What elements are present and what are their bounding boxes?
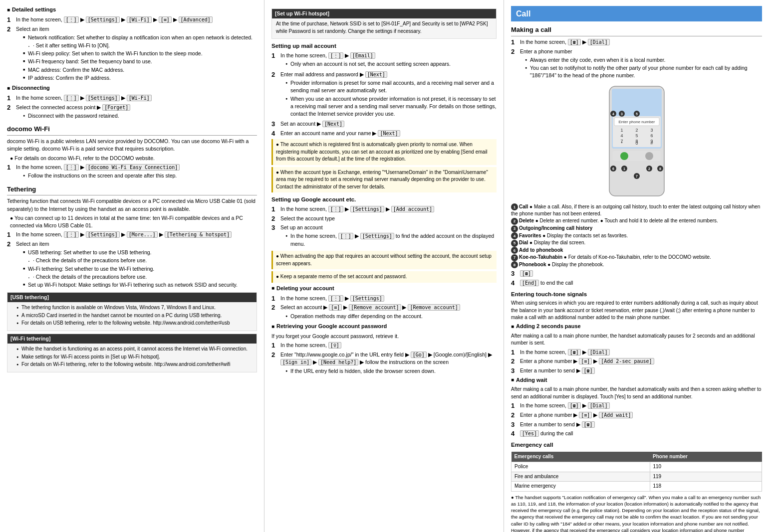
svg-text:6: 6 [650, 133, 653, 138]
annotation-4: 4Favorites ● Display the contacts set as… [511, 232, 762, 240]
svg-text:3: 3 [621, 112, 623, 116]
emergency-heading: Emergency call [511, 441, 762, 449]
svg-text:8: 8 [659, 167, 661, 171]
page-left: Detailed settings 1 In the home screen, … [0, 0, 264, 532]
svg-point-17 [620, 152, 628, 160]
list-item: Wi-Fi tethering: Set whether to use the … [23, 265, 257, 273]
list-item: A microSD Card inserted in the handset c… [16, 312, 253, 320]
step-1-detailed: 1 In the home screen, [⋮] ▶ [Settings] ▶… [7, 16, 257, 24]
list-item: When you use an account whose provider i… [285, 95, 497, 118]
call-header: Call [511, 6, 762, 21]
enter-phone-text: Enter phone number [618, 120, 655, 124]
emergency-table: Emergency calls Phone number Police 110 … [511, 452, 762, 492]
svg-text:5: 5 [635, 133, 638, 138]
svg-text:4: 4 [620, 133, 623, 138]
annotation-1: 1Call ● Make a call. Also, if there is a… [511, 203, 762, 218]
page-middle: [Set up Wi-Fi hotspot] At the time of pu… [264, 0, 504, 532]
step-2-disconnect: 2 Select the connected access point ▶ [F… [7, 104, 257, 121]
list-item: IP address: Confirm the IP address. [23, 74, 257, 82]
svg-text:*: * [621, 141, 623, 146]
table-row: Marine emergency 118 [512, 482, 762, 492]
list-item: You can set to notify/not to notify the … [525, 64, 762, 79]
list-item: In the home screen, [⋮] ▶ [Settings] to … [285, 232, 497, 248]
svg-text:5: 5 [636, 112, 638, 116]
list-item: Disconnect with the password retained. [23, 112, 257, 120]
list-item: For details on Wi-Fi tethering, refer to… [16, 361, 253, 368]
mail-note-1: ● The account which is registered first … [271, 139, 497, 165]
adding-wait-header: Adding wait [511, 376, 762, 384]
wifi-tethering-box: [Wi-Fi tethering] While the handset is f… [7, 334, 257, 372]
annotation-3: 3Outgoing/Incoming call history [511, 225, 762, 232]
annotation-8: 8Phonebook ● Display the phonebook. [511, 261, 762, 269]
list-item: The tethering function is available on W… [16, 304, 253, 312]
tethering-intro: Tethering function that connects Wi-Fi c… [7, 197, 257, 212]
mail-account-heading: Setting up mail account [271, 42, 497, 50]
step-1-docomo-wifi: 1 In the home screen, [⋮] ▶ [docomo Wi-F… [7, 164, 257, 181]
annotations-list: 1Call ● Make a call. Also, if there is a… [511, 203, 762, 269]
page-right: Call Making a call 1 In the home screen,… [504, 0, 769, 532]
detailed-settings-list: Network notification: Set whether to dis… [23, 34, 257, 82]
svg-point-18 [645, 152, 653, 160]
google-note-1: ● When activating the app that requires … [271, 251, 497, 269]
svg-text:#: # [650, 141, 653, 146]
touch-tone-heading: Entering touch-tone signals [511, 290, 762, 299]
detailed-settings-header: Detailed settings [7, 6, 257, 14]
list-item: Follow the instructions on the screen an… [23, 172, 257, 179]
wifi-hotspot-box: [Set up Wi-Fi hotspot] At the time of pu… [271, 8, 497, 39]
disconnecting-header: Disconnecting [7, 84, 257, 92]
number-to-send-label: number to send [538, 367, 575, 373]
usb-tethering-box: [USB tethering] The tethering function i… [7, 292, 257, 331]
svg-text:1: 1 [620, 128, 623, 133]
retrieve-password-header: Retrieving your Google account password [271, 323, 497, 331]
adding-wait-intro: After making a call to a main phone numb… [511, 386, 762, 400]
svg-text:6: 6 [612, 167, 614, 171]
list-item: Network notification: Set whether to dis… [23, 34, 257, 41]
phone-svg: Enter phone number 1 2 3 4 5 6 7 8 9 * 0… [582, 84, 692, 198]
list-item: · Set it after setting Wi-Fi to [ON]. [28, 42, 257, 49]
touch-tone-intro: When using services in which you are req… [511, 300, 762, 322]
svg-text:2: 2 [648, 167, 650, 171]
tethering-note: ● You can connect up to 11 devices in to… [10, 214, 257, 229]
docomo-wifi-intro: docomo Wi-Fi is a public wireless LAN se… [7, 138, 257, 153]
svg-text:7: 7 [636, 175, 638, 178]
docomo-wifi-heading: docomo Wi-Fi [7, 125, 257, 136]
google-account-heading: Setting up Google account etc. [271, 195, 497, 204]
list-item: If the URL entry field is hidden, slide … [285, 367, 497, 375]
list-item: Provider information is preset for some … [285, 79, 497, 94]
table-row: Fire and ambulance 119 [512, 472, 762, 482]
annotation-6: 6Add to phonebook [511, 247, 762, 254]
step-2-detailed: 2 Select an item Network notification: S… [7, 25, 257, 83]
annotation-2: 2Delete ● Delete an entered number. ● To… [511, 217, 762, 225]
step-1-tethering: 1 In the home screen, [⋮] ▶ [Settings] ▶… [7, 231, 257, 239]
list-item: Only when an account is not set, the acc… [285, 60, 497, 68]
list-item: · Check the details of the precautions b… [28, 273, 257, 281]
svg-text:4: 4 [612, 112, 614, 116]
emergency-notes: ● The handset supports "Location notific… [511, 494, 762, 532]
adding-2sec-intro: After making a call to a main phone numb… [511, 333, 762, 347]
list-item: Always enter the city code, even when it… [525, 56, 762, 64]
adding-2sec-header: Adding 2 seconds pause [511, 323, 762, 331]
svg-text:3: 3 [650, 128, 653, 133]
phone-diagram: Enter phone number 1 2 3 4 5 6 7 8 9 * 0… [511, 84, 762, 200]
annotation-5: 5Dial ● Display the dial screen. [511, 239, 762, 247]
step-1-disconnect: 1 In the home screen, [⋮] ▶ [Settings] ▶… [7, 94, 257, 102]
google-note-2: ● Keep a separate memo of the set accoun… [271, 271, 497, 283]
svg-text:0: 0 [635, 141, 638, 146]
svg-rect-16 [613, 151, 661, 161]
list-item: Make settings for Wi-Fi access points in… [16, 354, 253, 361]
svg-text:1: 1 [623, 167, 625, 171]
docomo-wifi-note: ● For details on docomo Wi-Fi, refer to … [10, 155, 257, 162]
list-item: Wi-Fi sleep policy: Set when to switch t… [23, 50, 257, 57]
list-item: MAC address: Confirm the MAC address. [23, 66, 257, 74]
step-2-tethering: 2 Select an item USB tethering: Set whet… [7, 240, 257, 290]
making-call-heading: Making a call [511, 25, 762, 36]
delete-account-header: Deleting your account [271, 285, 497, 293]
enter-number-to-send: Enter a number to send [520, 421, 575, 427]
list-item: USB tethering: Set whether to use the US… [23, 249, 257, 256]
list-item: · Check the details of the precautions b… [28, 257, 257, 264]
list-item: Set up Wi-Fi hotspot: Make settings for … [23, 281, 257, 289]
list-item: Operation methods may differ depending o… [285, 313, 497, 320]
list-item: Wi-Fi frequency band: Set the frequency … [23, 58, 257, 65]
svg-text:2: 2 [635, 128, 638, 133]
list-item: While the handset is functioning as an a… [16, 346, 253, 353]
